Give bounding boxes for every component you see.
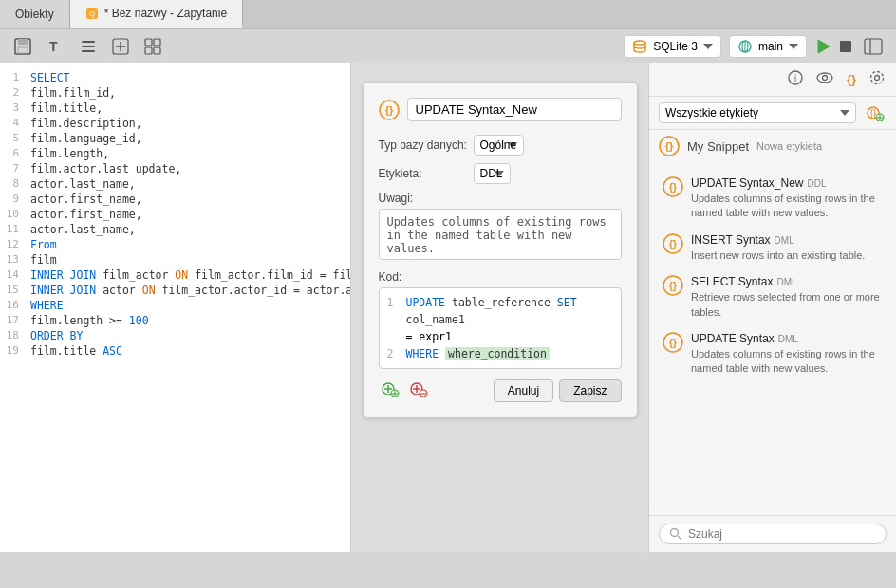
snippets-filter-select[interactable]: Wszystkie etykiety DDL DML [659, 102, 856, 123]
svg-point-39 [817, 73, 832, 83]
snippet-card: {} Typ bazy danych: Ogólne Etykieta: DDL [363, 82, 638, 418]
tab-query[interactable]: Q * Bez nazwy - Zapytanie [70, 0, 243, 28]
snippets-header: i {} [649, 63, 896, 97]
table-row: 13film [0, 252, 350, 267]
label-row: Etykieta: DDL [379, 163, 622, 184]
snippets-filter-row: Wszystkie etykiety DDL DML {} [649, 97, 896, 130]
table-row: 19film.title ASC [0, 343, 350, 358]
table-row: 10actor.first_name, [0, 207, 350, 222]
snippet-item-desc: Updates columns of existing rows in the … [691, 192, 883, 221]
main-content: 1SELECT 2film.film_id, 3film.title, 4fil… [0, 63, 896, 552]
list-item[interactable]: {} SELECT SyntaxDML Retrieve rows select… [653, 269, 892, 325]
snippet-item-icon: {} [663, 233, 683, 254]
svg-line-59 [678, 536, 681, 540]
snippet-title-input[interactable] [407, 98, 622, 121]
svg-text:{}: {} [384, 104, 393, 116]
svg-rect-21 [840, 41, 851, 52]
code-icon-button[interactable]: {} [845, 70, 858, 88]
list-button[interactable] [76, 36, 101, 57]
snippet-item-desc: Retrieve rows selected from one or more … [691, 290, 883, 320]
eye-icon-button[interactable] [814, 70, 835, 88]
snippet-item-desc: Updates columns of existing rows in the … [691, 347, 883, 377]
snippet-editor-icon: {} [379, 100, 400, 120]
table-row: 16WHERE [0, 298, 350, 313]
db-type-label: Typ bazy danych: [379, 138, 474, 152]
snippet-item-title: INSERT Syntax [691, 233, 771, 247]
label-select[interactable]: DDL [474, 163, 511, 184]
main-toolbar: T SQLite 3 main [0, 28, 896, 63]
svg-rect-3 [18, 39, 28, 45]
save-button[interactable] [9, 36, 36, 57]
tab-query-label: * Bez nazwy - Zapytanie [104, 7, 227, 20]
table-row: 4film.description, [0, 116, 350, 131]
svg-rect-22 [865, 39, 882, 54]
table-row: 17film.length >= 100 [0, 313, 350, 328]
cancel-button[interactable]: Anuluj [494, 379, 553, 402]
snippet-item-badge: DDL [807, 178, 826, 189]
my-snippet-new-label: Nowa etykieta [756, 140, 822, 152]
kod-line-1: 1 UPDATE table_reference SET col_name1 [387, 294, 613, 328]
uwagi-textarea[interactable]: Updates columns of existing rows in the … [379, 209, 622, 260]
info-icon-button[interactable]: i [786, 68, 805, 90]
my-snippet-label: My Snippet [687, 139, 749, 154]
tab-objects[interactable]: Obiekty [0, 0, 70, 28]
table-row: 9actor.first_name, [0, 192, 350, 207]
search-input[interactable] [688, 527, 876, 541]
svg-text:{}: {} [669, 338, 677, 348]
svg-point-16 [634, 41, 645, 45]
snippets-list: {} UPDATE Syntax_NewDDL Updates columns … [649, 162, 896, 515]
stop-button[interactable] [839, 40, 852, 53]
code-editor-panel: 1SELECT 2film.film_id, 3film.title, 4fil… [0, 63, 351, 552]
add-button[interactable] [108, 36, 133, 57]
table-row: 8actor.last_name, [0, 176, 350, 192]
grid-button[interactable] [140, 36, 165, 57]
search-icon [669, 527, 682, 541]
db-icon [632, 39, 647, 54]
schema-label: main [758, 40, 783, 53]
table-row: 18ORDER BY [0, 328, 350, 343]
table-row: 2film.film_id, [0, 85, 350, 101]
run-button[interactable] [814, 38, 831, 55]
snippet-bottom-bar: Anuluj Zapisz [379, 378, 622, 402]
code-editor[interactable]: 1SELECT 2film.film_id, 3film.title, 4fil… [0, 63, 350, 552]
snippet-item-badge: DML [775, 235, 794, 246]
save-button[interactable]: Zapisz [559, 379, 621, 402]
snippet-item-desc: Insert new rows into an existing table. [691, 248, 883, 263]
list-item[interactable]: {} UPDATE Syntax_NewDDL Updates columns … [653, 171, 892, 227]
db-type-select-wrapper: Ogólne [474, 135, 622, 156]
svg-rect-14 [145, 47, 152, 54]
db-type-select[interactable]: Ogólne [474, 135, 524, 156]
kod-editor[interactable]: 1 UPDATE table_reference SET col_name1 =… [379, 287, 622, 369]
db-selector[interactable]: SQLite 3 [624, 35, 721, 58]
kod-section: Kod: 1 UPDATE table_reference SET col_na… [379, 270, 622, 369]
svg-point-42 [871, 72, 884, 84]
svg-text:{}: {} [669, 239, 677, 249]
uwagi-label: Uwagi: [379, 192, 622, 205]
svg-rect-12 [145, 39, 152, 46]
db-label: SQLite 3 [653, 40, 698, 53]
snippet-item-badge: DML [776, 277, 796, 287]
svg-rect-8 [82, 50, 95, 52]
snippet-item-badge: DML [778, 334, 798, 344]
list-item[interactable]: {} UPDATE SyntaxDML Updates columns of e… [653, 326, 892, 382]
label-select-wrapper: DDL [474, 163, 622, 184]
list-item[interactable]: {} INSERT SyntaxDML Insert new rows into… [653, 228, 892, 268]
snippet-item-title: UPDATE Syntax_New [691, 176, 803, 190]
db-chevron-icon [703, 44, 713, 49]
svg-rect-15 [154, 47, 160, 54]
snippet-toggle-button[interactable] [860, 36, 887, 57]
add-snippet-button[interactable] [379, 378, 401, 402]
label-label: Etykieta: [379, 167, 474, 180]
schema-selector[interactable]: main [729, 35, 807, 58]
table-row: 1SELECT [0, 70, 350, 85]
snippet-actions-right: Anuluj Zapisz [494, 379, 622, 402]
snippets-action-button[interactable]: {} [864, 102, 887, 123]
snippets-search [649, 515, 896, 552]
table-row: 6film.length, [0, 146, 350, 161]
format-button[interactable]: T [44, 36, 68, 57]
table-row: 12From [0, 237, 350, 252]
kod-label: Kod: [379, 270, 622, 284]
remove-snippet-button[interactable] [407, 378, 430, 402]
settings-icon-button[interactable] [868, 68, 887, 90]
svg-marker-20 [818, 40, 830, 53]
